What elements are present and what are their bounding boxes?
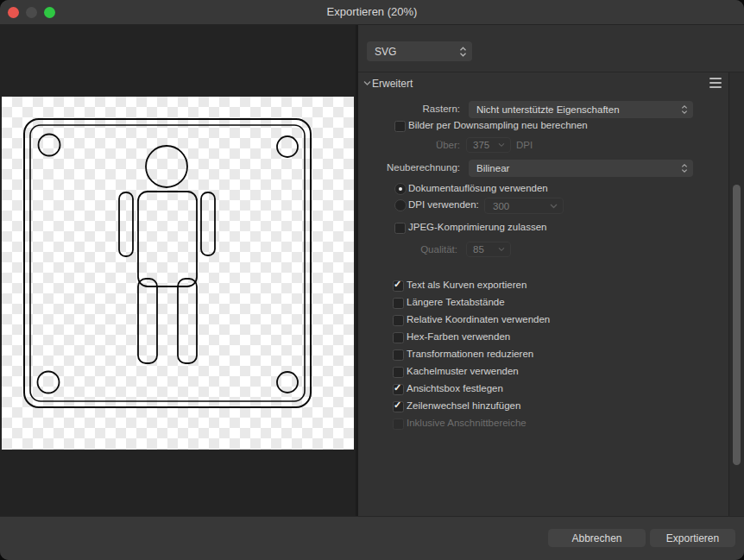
options-content: Rastern: Nicht unterstützte Eigenschafte…: [358, 96, 729, 517]
option-label: Inklusive Anschnittbereiche: [407, 418, 526, 428]
section-erweitert-header[interactable]: Erweitert: [358, 72, 729, 96]
neuberechnung-label: Neuberechnung:: [358, 162, 460, 173]
rastern-select-value: Nicht unterstützte Eigenschaften: [476, 104, 620, 115]
option-row: ✓ Zeilenwechsel hinzufügen: [358, 400, 729, 418]
format-select[interactable]: SVG: [367, 41, 472, 61]
option-row: ✓ Inklusive Anschnittbereiche: [358, 418, 729, 435]
option-row: ✓ Ansichtsbox festlegen: [358, 383, 729, 400]
option-checkbox[interactable]: ✓: [393, 315, 404, 326]
format-select-value: SVG: [375, 46, 396, 58]
preview-pane: [0, 25, 356, 517]
neuberechnung-select[interactable]: Bilinear: [469, 160, 693, 177]
scrollbar-thumb[interactable]: [733, 185, 741, 465]
options-panel: SVG Erweitert Rastern: Nicht unterstützt…: [358, 25, 744, 517]
option-checkbox[interactable]: ✓: [393, 401, 404, 412]
option-label: Kachelmuster verwenden: [407, 366, 519, 376]
checkmark-icon: ✓: [394, 382, 401, 393]
menu-icon[interactable]: [709, 78, 722, 88]
option-label: Transformationen reduzieren: [407, 349, 533, 359]
ueber-label: Über:: [358, 140, 460, 150]
format-bar: SVG: [358, 25, 744, 72]
preview-drawing: [2, 97, 354, 450]
qualitaet-label: Qualität:: [358, 244, 457, 255]
option-checkbox[interactable]: ✓: [393, 367, 404, 378]
option-label: Text als Kurven exportieren: [407, 280, 526, 290]
neuberechnung-select-value: Bilinear: [476, 163, 509, 173]
option-row: ✓ Text als Kurven exportieren: [358, 280, 729, 297]
ueber-dpi-suffix: DPI: [516, 140, 533, 150]
window-title: Exportieren (20%): [0, 0, 744, 24]
jpeg-checkbox[interactable]: ✓: [394, 223, 406, 234]
qualitaet-select: 85: [466, 242, 511, 257]
chevron-down-icon: [363, 80, 371, 86]
footer-buttons: Abbrechen Exportieren: [548, 529, 735, 547]
section-title: Erweitert: [372, 78, 413, 90]
option-row: ✓ Längere Textabstände: [358, 297, 729, 314]
rastern-label: Rastern:: [358, 104, 460, 114]
option-label: Ansichtsbox festlegen: [407, 383, 503, 393]
resolution-doc-radio[interactable]: [394, 183, 407, 195]
option-row: ✓ Kachelmuster verwenden: [358, 366, 729, 383]
title-bar: Exportieren (20%): [0, 0, 744, 25]
downsample-label: Bilder per Downsampling neu berechnen: [408, 120, 588, 130]
option-checkbox[interactable]: ✓: [393, 384, 404, 395]
option-row: ✓ Hex-Farben verwenden: [358, 331, 729, 349]
dpi-select-value: 300: [493, 201, 509, 211]
jpeg-label: JPEG-Komprimierung zulassen: [408, 222, 546, 232]
export-dialog: Exportieren (20%): [0, 0, 744, 560]
option-label: Zeilenwechsel hinzufügen: [407, 400, 520, 411]
option-label: Längere Textabstände: [407, 297, 505, 307]
chevron-updown-icon: [459, 47, 467, 57]
checkmark-icon: ✓: [394, 400, 401, 411]
dpi-select: 300: [484, 198, 564, 214]
chevron-updown-icon: [681, 105, 688, 115]
chevron-down-icon: [498, 142, 505, 148]
option-checkbox[interactable]: ✓: [393, 332, 404, 343]
chevron-down-icon: [550, 203, 558, 209]
downsample-checkbox[interactable]: ✓: [394, 121, 406, 132]
preview-canvas: [2, 97, 354, 450]
ueber-select: 375: [466, 137, 511, 153]
scrollbar-track[interactable]: [728, 72, 744, 517]
export-button[interactable]: Exportieren: [650, 529, 735, 547]
chevron-updown-icon: [681, 164, 688, 173]
option-checkbox[interactable]: ✓: [393, 298, 404, 309]
rastern-select[interactable]: Nicht unterstützte Eigenschaften: [469, 101, 693, 118]
radio-dot: [399, 187, 402, 191]
option-checkbox[interactable]: ✓: [393, 349, 404, 361]
resolution-dpi-label: DPI verwenden:: [408, 199, 479, 210]
option-checkbox[interactable]: ✓: [393, 418, 404, 430]
option-checkbox[interactable]: ✓: [393, 280, 404, 292]
chevron-down-icon: [498, 247, 505, 252]
cancel-button[interactable]: Abbrechen: [548, 529, 646, 547]
option-label: Hex-Farben verwenden: [407, 331, 510, 342]
option-row: ✓ Transformationen reduzieren: [358, 349, 729, 366]
option-row: ✓ Relative Koordinaten verwenden: [358, 314, 729, 331]
qualitaet-select-value: 85: [473, 244, 484, 255]
footer-bar: Abbrechen Exportieren: [0, 516, 744, 560]
option-label: Relative Koordinaten verwenden: [407, 314, 550, 324]
checkmark-icon: ✓: [394, 279, 401, 290]
resolution-doc-label: Dokumentauflösung verwenden: [408, 183, 548, 193]
ueber-select-value: 375: [473, 140, 489, 150]
resolution-dpi-radio[interactable]: [394, 199, 407, 211]
